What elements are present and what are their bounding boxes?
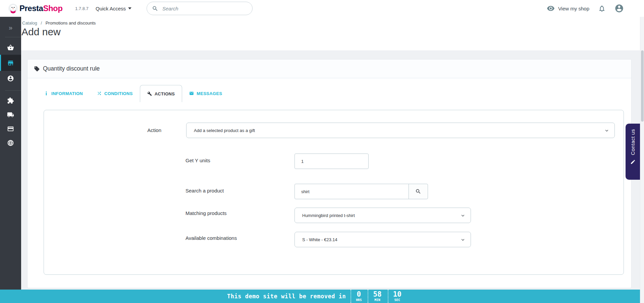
action-select[interactable]: Add a selected product as a gift — [186, 123, 615, 138]
countdown-hours-value: 0 — [357, 291, 361, 298]
available-combinations-value: S - White - €23.14 — [302, 237, 337, 242]
version-label: 1.7.8.7 — [75, 0, 89, 17]
tab-messages[interactable]: MESSAGES — [182, 85, 229, 102]
countdown-seconds: 10 SEC — [388, 290, 403, 303]
get-y-units-label: Get Y units — [185, 158, 210, 163]
top-bar: PrestaShop 1.7.8.7 Quick Access View my … — [0, 0, 644, 17]
scrollbar-thumb[interactable] — [641, 50, 644, 122]
tab-information[interactable]: INFORMATION — [37, 85, 90, 102]
tab-messages-label: MESSAGES — [197, 91, 222, 96]
store-icon — [7, 59, 14, 67]
action-select-value: Add a selected product as a gift — [194, 128, 255, 133]
tag-icon — [34, 66, 40, 72]
sidebar-item-payment[interactable] — [0, 122, 21, 136]
chevron-down-icon — [461, 237, 465, 242]
quick-access-label: Quick Access — [96, 6, 126, 11]
tab-actions[interactable]: ACTIONS — [140, 85, 182, 102]
available-combinations-select[interactable]: S - White - €23.14 — [294, 232, 471, 247]
caret-down-icon — [128, 7, 131, 9]
pencil-icon — [630, 159, 636, 165]
product-search-button[interactable] — [409, 184, 428, 199]
sidebar-collapse-button[interactable]: » — [0, 21, 21, 34]
wrench-icon — [147, 91, 152, 96]
cart-rule-tabs: INFORMATION CONDITIONS ACTIONS MESSAGES — [37, 85, 229, 102]
header-toolbar: Catalog / Promotions and discounts Add n… — [0, 17, 644, 50]
demo-banner-message: This demo site will be removed in — [227, 293, 346, 300]
contact-us-tab[interactable]: Contact us — [626, 124, 640, 180]
global-search — [147, 2, 253, 15]
global-search-input[interactable] — [162, 6, 243, 11]
matching-products-label: Matching products — [185, 210, 227, 216]
sidebar-item-orders[interactable] — [0, 40, 21, 55]
quick-access-dropdown[interactable]: Quick Access — [96, 0, 131, 17]
prestashop-admin-app: Catalog / Promotions and discounts Add n… — [0, 0, 644, 303]
countdown-seconds-unit: SEC — [394, 298, 400, 302]
view-my-shop-label: View my shop — [558, 6, 589, 11]
available-combinations-label: Available combinations — [185, 235, 237, 241]
search-product-label: Search a product — [185, 188, 224, 193]
demo-countdown-banner: This demo site will be removed in 0 HRS … — [0, 290, 640, 303]
countdown-minutes-unit: MIN — [374, 298, 380, 302]
double-chevron-icon: » — [9, 24, 12, 32]
search-icon — [415, 188, 421, 194]
page-title: Add new — [21, 26, 61, 38]
matching-products-value: Hummingbird printed t-shirt — [302, 213, 355, 218]
notifications-bell-icon[interactable] — [598, 5, 606, 12]
panel-title: Quantity discount rule — [43, 65, 100, 72]
countdown-minutes-value: 58 — [373, 291, 381, 298]
action-label: Action — [121, 127, 161, 133]
basket-icon — [7, 44, 14, 51]
top-right-cluster: View my shop — [547, 0, 624, 17]
contact-us-label: Contact us — [630, 129, 636, 155]
countdown-minutes: 58 MIN — [368, 290, 383, 303]
search-icon — [152, 5, 158, 12]
brand-presta: Presta — [19, 4, 43, 13]
breadcrumb: Catalog / Promotions and discounts — [22, 20, 96, 26]
sidebar-divider — [5, 37, 21, 37]
view-my-shop-link[interactable]: View my shop — [547, 4, 589, 12]
get-y-units-input[interactable] — [294, 154, 369, 169]
sidebar-item-shipping[interactable] — [0, 107, 21, 122]
prestashop-logo-icon[interactable] — [8, 3, 18, 13]
tab-information-label: INFORMATION — [51, 91, 83, 96]
envelope-icon — [189, 91, 194, 96]
tab-conditions-label: CONDITIONS — [104, 91, 133, 96]
tab-conditions[interactable]: CONDITIONS — [90, 85, 140, 102]
main-sidebar: » — [0, 17, 21, 303]
countdown-hours-unit: HRS — [356, 298, 362, 302]
sidebar-item-international[interactable] — [0, 136, 21, 150]
breadcrumb-current: Promotions and discounts — [46, 20, 96, 26]
sidebar-item-customers[interactable] — [0, 71, 21, 86]
user-avatar-icon[interactable] — [614, 4, 624, 13]
matching-products-select[interactable]: Hummingbird printed t-shirt — [294, 208, 471, 223]
sidebar-item-catalog[interactable] — [0, 55, 21, 71]
brand-wordmark: PrestaShop — [19, 0, 62, 17]
credit-card-icon — [7, 125, 14, 132]
tab-actions-label: ACTIONS — [155, 91, 175, 96]
panel-header: Quantity discount rule — [28, 59, 631, 78]
countdown-seconds-value: 10 — [393, 291, 401, 298]
person-icon — [7, 75, 14, 82]
brand-shop: Shop — [43, 4, 62, 13]
chevron-down-icon — [604, 128, 609, 133]
globe-icon — [7, 139, 14, 146]
scrollbar-track[interactable] — [640, 17, 644, 303]
chevron-down-icon — [461, 213, 465, 218]
countdown-hours: 0 HRS — [351, 290, 363, 303]
shuffle-icon — [97, 91, 102, 96]
eye-icon — [547, 4, 555, 12]
product-search-input[interactable] — [294, 184, 409, 199]
sidebar-item-modules[interactable] — [0, 93, 21, 107]
breadcrumb-catalog[interactable]: Catalog — [22, 20, 37, 26]
sidebar-divider — [5, 90, 21, 91]
info-icon — [44, 91, 49, 96]
truck-icon — [7, 111, 14, 118]
breadcrumb-separator: / — [41, 20, 42, 26]
puzzle-icon — [7, 97, 14, 104]
